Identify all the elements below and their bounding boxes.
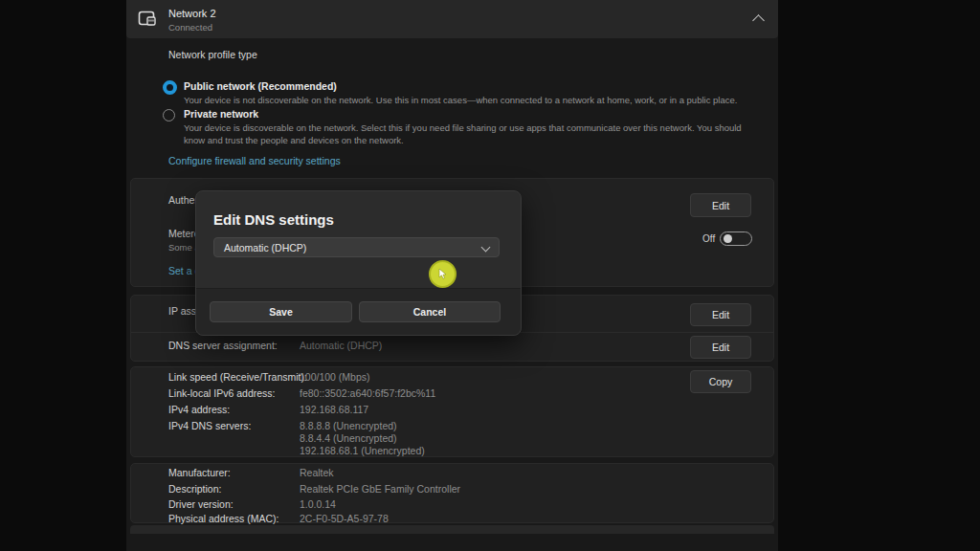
dialog-footer: Save Cancel — [196, 288, 521, 335]
ipv6-address-value: fe80::3502:a640:6f57:f2bc%11 — [300, 387, 435, 399]
link-speed-value: 100/100 (Mbps) — [300, 371, 370, 383]
chevron-down-icon — [481, 243, 491, 253]
next-section-card-edge — [130, 525, 774, 534]
private-network-label: Private network — [184, 108, 258, 120]
dns-assignment-label: DNS server assignment: — [168, 340, 278, 351]
configure-firewall-link[interactable]: Configure firewall and security settings — [168, 155, 341, 166]
ipv6-address-label: Link-local IPv6 address: — [168, 387, 275, 399]
edit-dns-settings-dialog: Edit DNS settings Automatic (DHCP) Save … — [195, 190, 522, 336]
private-network-radio[interactable] — [163, 109, 175, 121]
click-highlight-cursor — [429, 260, 457, 288]
dns-assignment-value: Automatic (DHCP) — [300, 340, 382, 351]
cancel-button[interactable]: Cancel — [359, 301, 501, 322]
copy-button[interactable]: Copy — [690, 370, 751, 393]
save-button[interactable]: Save — [210, 301, 352, 322]
dns-servers-label: IPv4 DNS servers: — [168, 420, 251, 431]
dns-server-value: 8.8.8.8 (Unencrypted) — [300, 420, 397, 431]
ip-assignment-edit-button[interactable]: Edit — [690, 303, 751, 326]
ipv4-address-value: 192.168.68.117 — [300, 404, 368, 415]
network-header-card[interactable]: Network 2 Connected — [126, 0, 778, 38]
chevron-up-icon[interactable] — [752, 14, 765, 27]
dns-assignment-edit-button[interactable]: Edit — [690, 336, 751, 359]
public-network-label: Public network (Recommended) — [184, 80, 337, 92]
dns-server-value: 8.8.4.4 (Unencrypted) — [300, 432, 397, 444]
manufacturer-label: Manufacturer: — [168, 467, 231, 478]
ethernet-icon — [136, 8, 159, 31]
dns-mode-dropdown[interactable]: Automatic (DHCP) — [213, 237, 500, 257]
profile-type-heading: Network profile type — [168, 49, 257, 60]
description-label: Description: — [168, 483, 221, 495]
metered-toggle-state: Off — [702, 233, 715, 244]
manufacturer-value: Realtek — [300, 467, 334, 478]
ipv4-address-label: IPv4 address: — [168, 404, 230, 415]
network-name: Network 2 — [168, 8, 216, 19]
driver-version-label: Driver version: — [168, 498, 234, 510]
private-network-description: Your device is discoverable on the netwo… — [184, 121, 750, 146]
link-speed-label: Link speed (Receive/Transmit): — [168, 371, 307, 383]
dns-mode-selected-value: Automatic (DHCP) — [214, 242, 306, 253]
public-network-radio[interactable] — [163, 80, 177, 95]
mac-address-value: 2C-F0-5D-A5-97-78 — [300, 513, 389, 524]
dialog-title: Edit DNS settings — [213, 211, 334, 228]
public-network-description: Your device is not discoverable on the n… — [184, 94, 758, 106]
description-value: Realtek PCIe GbE Family Controller — [300, 483, 460, 495]
dns-server-value: 192.168.68.1 (Unencrypted) — [300, 445, 425, 456]
metered-connection-toggle[interactable] — [720, 231, 752, 246]
network-status: Connected — [168, 22, 212, 33]
mac-address-label: Physical address (MAC): — [168, 513, 279, 524]
driver-version-value: 1.0.0.14 — [300, 498, 336, 510]
authentication-edit-button[interactable]: Edit — [690, 193, 751, 217]
